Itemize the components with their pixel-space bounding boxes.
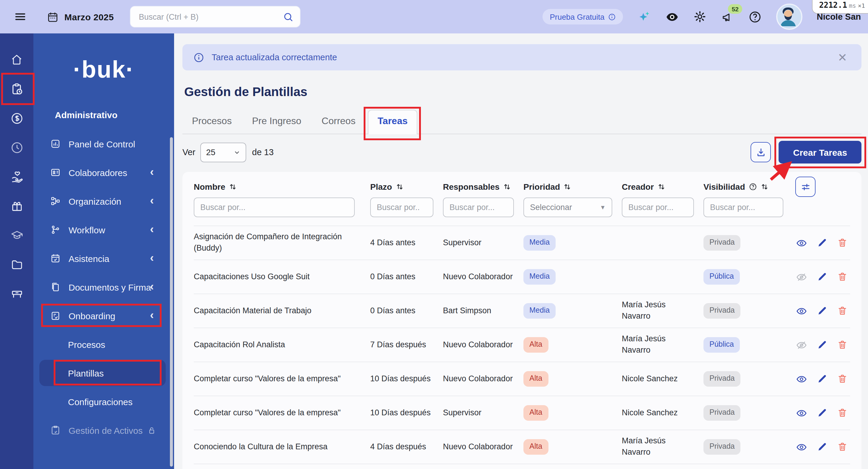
delete-icon <box>837 374 848 384</box>
edit-button[interactable] <box>817 340 828 350</box>
delete-button[interactable] <box>837 305 848 316</box>
view-button[interactable] <box>796 237 807 248</box>
tab-procesos[interactable]: Procesos <box>184 116 239 134</box>
calendar-icon[interactable] <box>46 10 59 23</box>
delete-button[interactable] <box>837 374 848 384</box>
list-controls: Ver 25 de 13 Crear Tareas <box>182 140 862 164</box>
table-row[interactable]: Capacitación Material de Trabajo 0 Días … <box>194 294 850 328</box>
sort-icon[interactable] <box>229 183 237 191</box>
tab-tareas[interactable]: Tareas <box>368 110 417 134</box>
edit-button[interactable] <box>817 374 828 384</box>
rail-onboarding-clipboard-clock-icon[interactable] <box>5 77 29 101</box>
sidebar-subitem-configuraciones[interactable]: Configuraciones <box>33 387 174 416</box>
rail-gift-icon[interactable] <box>5 194 29 218</box>
view-button[interactable] <box>796 407 807 418</box>
filter-creador-input[interactable] <box>622 198 694 217</box>
sort-icon[interactable] <box>564 183 571 191</box>
sidebar-item-gestion-de-activos[interactable]: Gestión de Activos <box>33 416 174 444</box>
edit-button[interactable] <box>817 237 828 248</box>
rail-documents-folder-icon[interactable] <box>5 253 29 276</box>
delete-icon <box>837 408 848 418</box>
sidebar-subitem-procesos[interactable]: Procesos <box>33 330 174 359</box>
sidebar-scrollbar[interactable] <box>170 137 173 467</box>
column-settings-button[interactable] <box>795 177 815 197</box>
eye-mode-icon[interactable] <box>665 10 679 24</box>
search-input[interactable] <box>138 12 283 22</box>
sidebar-subitem-plantillas[interactable]: Plantillas <box>33 359 174 387</box>
page-size-select[interactable]: 25 <box>200 142 246 162</box>
view-button[interactable] <box>796 373 807 385</box>
global-search[interactable] <box>130 6 301 27</box>
close-icon[interactable]: ✕ <box>838 52 851 63</box>
search-icon[interactable] <box>283 11 294 22</box>
help-circle-icon[interactable] <box>749 183 757 191</box>
hide-button[interactable] <box>796 271 807 283</box>
main-content: Tarea actualizada correctamente ✕ Gestió… <box>174 33 868 469</box>
delete-button[interactable] <box>837 271 848 282</box>
sort-icon[interactable] <box>396 183 403 191</box>
trial-badge[interactable]: Prueba Gratuita <box>542 9 623 25</box>
table-row[interactable]: Alta María Jesús Navarro Privada <box>194 464 850 469</box>
sort-icon[interactable] <box>761 183 769 191</box>
sidebar-item-panel-de-control[interactable]: Panel de Control <box>33 129 174 158</box>
delete-button[interactable] <box>837 237 848 248</box>
tab-correos[interactable]: Correos <box>314 116 363 134</box>
delete-button[interactable] <box>837 442 848 452</box>
column-header-plazo[interactable]: Plazo <box>370 182 443 192</box>
rail-home-icon[interactable] <box>5 48 29 71</box>
user-avatar[interactable] <box>776 4 802 30</box>
rail-training-graduation-icon[interactable] <box>5 223 29 247</box>
hamburger-menu-icon[interactable] <box>14 10 27 23</box>
edit-button[interactable] <box>817 442 828 452</box>
cell-actions <box>793 237 850 248</box>
rail-assets-desk-icon[interactable] <box>5 282 29 305</box>
rail-benefits-hand-heart-icon[interactable] <box>5 165 29 188</box>
sort-icon[interactable] <box>503 183 511 191</box>
delete-button[interactable] <box>837 408 848 418</box>
announcements-megaphone-icon[interactable]: 52 <box>721 10 734 23</box>
priority-badge: Alta <box>523 439 548 455</box>
filter-nombre-input[interactable] <box>194 198 355 217</box>
column-header-nombre[interactable]: Nombre <box>194 182 370 192</box>
rail-remuneration-dollar-icon[interactable] <box>5 106 29 130</box>
table-row[interactable]: Completar curso "Valores de la empresa" … <box>194 395 850 430</box>
sidebar-item-workflow[interactable]: Workflow ‹ <box>33 215 174 244</box>
hide-button[interactable] <box>796 339 807 351</box>
sidebar-item-organizacion[interactable]: Organización ‹ <box>33 187 174 215</box>
calendar-check-icon <box>50 253 61 264</box>
table-row[interactable]: Conociendo la Cultura de la Empresa 4 Dí… <box>194 430 850 464</box>
settings-gear-icon[interactable] <box>693 10 707 23</box>
rail-time-clock-icon[interactable] <box>5 136 29 159</box>
filter-plazo-input[interactable] <box>370 198 433 217</box>
cell-prioridad: Alta <box>523 406 622 421</box>
tab-pre-ingreso[interactable]: Pre Ingreso <box>244 116 309 134</box>
edit-button[interactable] <box>817 408 828 418</box>
sidebar-item-colaboradores[interactable]: Colaboradores ‹ <box>33 158 174 187</box>
column-header-responsables[interactable]: Responsables <box>443 182 523 192</box>
sidebar-item-documentos-y-firma[interactable]: Documentos y Firma ‹ <box>33 273 174 301</box>
help-icon[interactable] <box>748 10 762 24</box>
table-row[interactable]: Capacitaciones Uso Google Suit 0 Días an… <box>194 260 850 294</box>
filter-visibilidad-input[interactable] <box>704 198 783 217</box>
edit-button[interactable] <box>817 305 828 316</box>
performance-overlay: 2212.1 ms ×1 <box>812 0 868 14</box>
table-row[interactable]: Asignación de Compañero de Integración (… <box>194 226 850 260</box>
table-row[interactable]: Capacitación Rol Analista 7 Días después… <box>194 328 850 361</box>
column-header-creador[interactable]: Creador <box>622 182 704 192</box>
column-header-prioridad[interactable]: Prioridad <box>523 182 622 192</box>
filter-responsables-input[interactable] <box>443 198 514 217</box>
filter-prioridad-select[interactable]: Seleccionar▼ <box>523 198 612 217</box>
table-row[interactable]: Completar curso "Valores de la empresa" … <box>194 361 850 395</box>
sort-icon[interactable] <box>657 183 665 191</box>
info-icon <box>193 52 205 63</box>
ai-sparkle-icon[interactable] <box>637 10 651 24</box>
perf-mult: ×1 <box>858 2 865 9</box>
view-button[interactable] <box>796 305 807 317</box>
view-button[interactable] <box>796 441 807 452</box>
sidebar-item-asistencia[interactable]: Asistencia ‹ <box>33 244 174 273</box>
delete-button[interactable] <box>837 340 848 350</box>
period-selector[interactable]: Marzo 2025 <box>64 12 114 22</box>
sidebar-item-onboarding[interactable]: Onboarding ‹ <box>33 301 174 330</box>
edit-button[interactable] <box>817 271 828 282</box>
cell-actions <box>793 441 850 452</box>
